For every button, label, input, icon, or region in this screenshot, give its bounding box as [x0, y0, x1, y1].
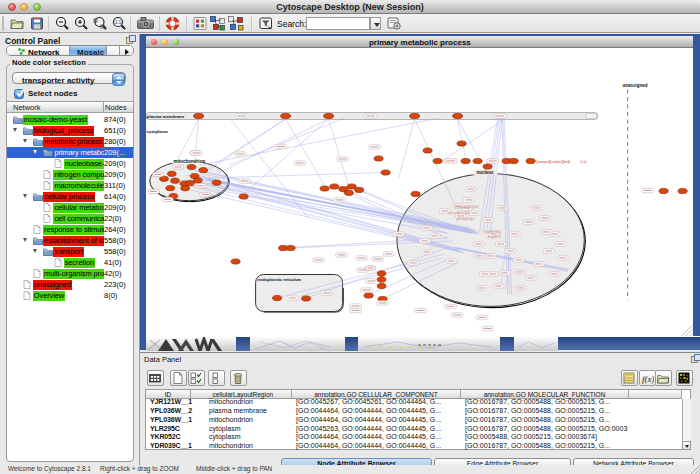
svg-text:nucleus: nucleus: [477, 170, 495, 175]
svg-text:[GO:44][m-t][a]: [GO:44][m-t][a]: [457, 217, 474, 221]
svg-text:mitochondrion: mitochondrion: [174, 159, 206, 164]
svg-text:[transport][catalytic][bind]: [transport][catalytic][bind]: [537, 160, 571, 164]
svg-text:[cat-act][GO:45][tt]: [cat-act][GO:45][tt]: [449, 211, 470, 215]
svg-text:1:1: 1:1: [115, 20, 122, 25]
svg-text:[m-p][GO:2]: [m-p][GO:2]: [488, 235, 502, 239]
svg-text:unassigned: unassigned: [623, 82, 648, 87]
svg-text:plasma membrane: plasma membrane: [147, 114, 185, 119]
svg-text:[transporter][act][GO]: [transporter][act][GO]: [455, 205, 480, 209]
svg-text:cytoplasm: cytoplasm: [147, 129, 168, 134]
svg-text:f(x): f(x): [642, 374, 654, 384]
svg-text:endoplasmic reticulum: endoplasmic reticulum: [258, 276, 302, 281]
svg-text:[cat][GO:58][x]: [cat][GO:58][x]: [485, 230, 502, 234]
svg-text:[t-e]: [t-e]: [581, 160, 587, 164]
